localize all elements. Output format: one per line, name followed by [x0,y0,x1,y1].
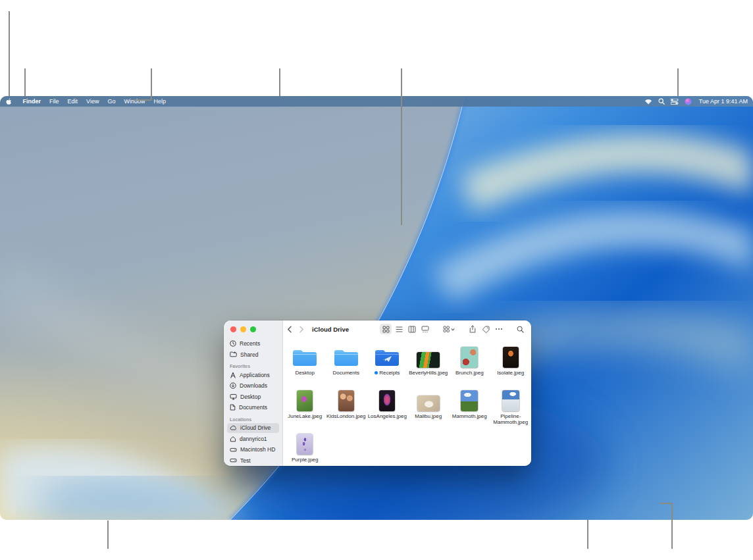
sidebar-label: Desktop [240,394,261,400]
back-button[interactable] [287,326,292,333]
sidebar-item-recents[interactable]: Recents [227,339,279,349]
sidebar-label: dannyrico1 [240,436,267,442]
image-thumbnail [417,352,440,368]
sidebar-item-downloads[interactable]: Downloads [227,381,279,391]
menu-help[interactable]: Help [149,98,170,105]
folder-paper-plane-icon [374,348,400,368]
window-controls [230,326,256,332]
more-options-button[interactable] [493,324,505,334]
siri-icon[interactable] [685,98,692,105]
sidebar-item-applications[interactable]: Applications [227,370,279,380]
sidebar-label: Applications [240,372,270,378]
callout-line-menu-bar [279,68,280,96]
wifi-icon[interactable] [644,99,652,105]
document-icon [230,404,236,411]
minimize-button[interactable] [240,326,246,332]
image-thumbnail [297,390,313,411]
forward-button[interactable] [299,326,304,333]
menu-edit[interactable]: Edit [63,98,82,105]
menu-finder[interactable]: Finder [18,98,45,105]
sidebar-item-documents[interactable]: Documents [227,403,279,413]
column-view-button[interactable] [406,324,418,334]
file-name: Mammoth.jpeg [452,413,487,419]
tags-button[interactable] [480,324,492,334]
spotlight-icon[interactable] [658,98,665,105]
file-malibu[interactable]: Malibu.jpeg [408,387,450,430]
finder-sidebar: Recents Shared Favorites Applications Do… [224,320,283,466]
gallery-view-button[interactable] [419,324,431,334]
menu-file[interactable]: File [45,98,64,105]
icloud-sync-dot [375,371,378,374]
sidebar-item-home[interactable]: dannyrico1 [227,434,279,444]
image-thumbnail [461,347,478,368]
sidebar-item-desktop[interactable]: Desktop [227,392,279,401]
sidebar-label: Downloads [240,382,267,389]
apple-menu[interactable] [6,98,12,105]
callout-line-dock-finder [107,521,109,549]
file-name: Brunch.jpeg [455,370,484,376]
callout-line-status-menus [677,68,679,96]
sidebar-item-test[interactable]: Test [227,455,279,465]
sidebar-label: Test [240,457,251,464]
file-receipts-folder[interactable]: Receipts [367,344,408,387]
icon-view-button[interactable] [380,324,392,334]
sidebar-item-shared[interactable]: Shared [227,349,279,359]
image-thumbnail [297,434,313,455]
file-desktop-folder[interactable]: Desktop [284,344,326,387]
file-isolate[interactable]: Isolate.jpeg [490,344,532,387]
group-by-button[interactable] [440,324,457,334]
folder-icon [292,348,318,368]
menu-go[interactable]: Go [103,98,120,105]
file-name: LosAngeles.jpeg [368,413,406,419]
file-name: Malibu.jpeg [415,413,442,419]
file-name: KidsLondon.jpeg [327,413,365,419]
clock-icon [230,340,236,347]
sidebar-item-icloud-drive[interactable]: iCloud Drive [227,423,279,433]
file-mammoth[interactable]: Mammoth.jpeg [449,387,490,430]
sidebar-label: Recents [240,340,260,347]
file-junelake[interactable]: JuneLake.jpeg [284,387,326,430]
file-brunch[interactable]: Brunch.jpeg [449,344,490,387]
finder-main: iCloud Drive [283,320,531,466]
list-view-button[interactable] [393,324,405,334]
sidebar-label: Macintosh HD [240,446,275,453]
image-thumbnail [502,390,519,411]
menu-bar-clock[interactable]: Tue Apr 1 9:41 AM [699,98,748,105]
file-name: Documents [333,370,359,376]
file-name: Receipts [375,370,400,376]
menu-view[interactable]: View [82,98,103,105]
folder-icon [333,348,359,368]
shared-folder-icon [230,351,237,357]
file-documents-folder[interactable]: Documents [326,344,367,387]
image-thumbnail [338,390,354,411]
control-center-icon[interactable] [671,99,679,105]
sidebar-item-macintosh-hd[interactable]: Macintosh HD [227,445,279,455]
close-button[interactable] [230,326,236,332]
finder-window: Recents Shared Favorites Applications Do… [224,320,531,466]
hard-drive-icon [230,457,237,463]
file-beverlyhills[interactable]: BeverlyHills.jpeg [408,344,450,387]
callout-line-app-menu [24,68,26,96]
file-kidslondon[interactable]: KidsLondon.jpeg [326,387,367,430]
file-pipeline-mammoth[interactable]: Pipeline-Mammoth.jpeg [490,387,532,430]
callout-line-dock-settings [587,520,588,549]
window-title: iCloud Drive [312,326,349,333]
callout-line-help-menu-arm [134,99,151,101]
file-purple[interactable]: Purple.jpeg [284,430,326,466]
screenshot-root: Finder File Edit View Go Window Help Tue… [0,0,753,560]
sidebar-label: iCloud Drive [240,424,271,431]
sidebar-section-favorites: Favorites [230,364,276,369]
home-icon [230,436,236,442]
callout-line-trash-arm [660,503,673,504]
file-losangeles[interactable]: LosAngeles.jpeg [367,387,408,430]
file-name: Purple.jpeg [292,457,318,463]
sidebar-label: Documents [239,404,267,411]
callout-line-help-menu [151,68,152,101]
image-thumbnail [417,395,440,411]
sidebar-label: Shared [240,351,258,358]
share-button[interactable] [467,324,479,334]
file-name: JuneLake.jpeg [288,413,322,419]
search-button[interactable] [514,324,526,334]
zoom-button[interactable] [250,326,256,332]
image-thumbnail [379,390,395,411]
